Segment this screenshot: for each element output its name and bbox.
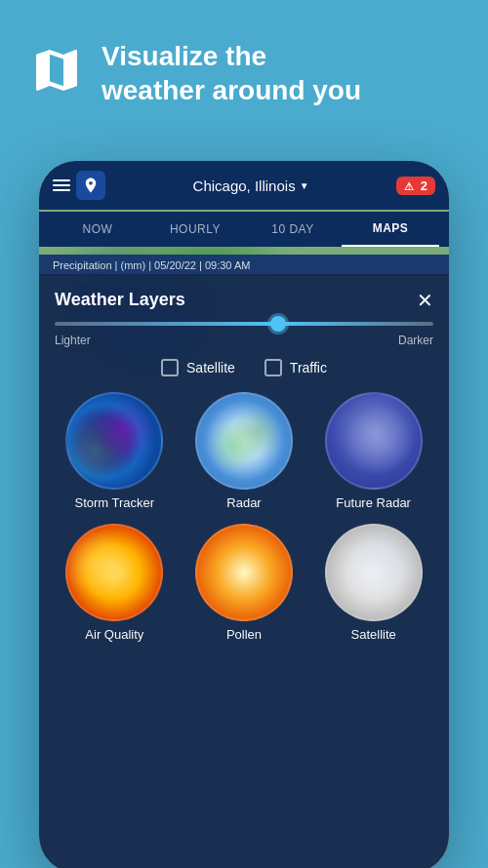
radar-label: Radar (226, 495, 261, 510)
future-radar-circle (325, 392, 423, 490)
slider-left-label: Lighter (55, 334, 91, 347)
nav-tabs: NOW HOURLY 10 DAY MAPS (39, 212, 449, 247)
location-display[interactable]: Chicago, Illinois ▼ (193, 178, 309, 194)
map-item-air-quality[interactable]: Air Quality (55, 524, 175, 642)
precip-bar: Precipitation | (mm) | 05/20/22 | 09:30 … (39, 255, 449, 276)
maps-grid: Storm Tracker Radar Future Radar Air Qua… (55, 392, 433, 642)
layer-checkboxes: Satellite Traffic (55, 359, 433, 376)
map-item-satellite[interactable]: Satellite (313, 524, 433, 642)
weather-layers-panel: Weather Layers ✕ Lighter Darker Satellit… (39, 274, 449, 868)
location-text: Chicago, Illinois (193, 178, 296, 194)
satellite-checkbox-item[interactable]: Satellite (161, 359, 235, 376)
phone-screen: MINNESOTA IOWA Min... Chicago, Illinois (39, 161, 449, 868)
tab-10day[interactable]: 10 DAY (244, 213, 342, 246)
future-radar-label: Future Radar (336, 495, 411, 510)
slider-thumb[interactable] (270, 316, 286, 332)
header-section: Visualize the weather around you (0, 0, 488, 127)
slider-right-label: Darker (398, 334, 433, 347)
top-bar: Chicago, Illinois ▼ 2 (39, 161, 449, 210)
header-title: Visualize the weather around you (102, 39, 361, 107)
map-item-pollen[interactable]: Pollen (184, 524, 305, 642)
tab-hourly[interactable]: HOURLY (146, 213, 244, 246)
menu-line-1 (53, 179, 70, 181)
pollen-label: Pollen (226, 627, 262, 642)
alert-count: 2 (421, 178, 427, 193)
tab-maps[interactable]: MAPS (342, 212, 439, 247)
phone-mockup: MINNESOTA IOWA Min... Chicago, Illinois (39, 161, 449, 868)
menu-line-3 (53, 189, 70, 191)
radar-circle (195, 392, 293, 490)
slider-labels: Lighter Darker (55, 334, 433, 347)
tab-now[interactable]: NOW (49, 213, 146, 246)
precip-bar-text: Precipitation | (mm) | 05/20/22 | 09:30 … (53, 259, 250, 271)
storm-tracker-circle (65, 392, 163, 490)
menu-line-2 (53, 184, 70, 186)
satellite-layer-label: Satellite (351, 627, 396, 642)
map-icon (29, 43, 84, 101)
hamburger-menu[interactable] (53, 179, 70, 191)
app-logo (76, 171, 105, 200)
panel-title: Weather Layers (55, 290, 185, 310)
traffic-checkbox-item[interactable]: Traffic (264, 359, 327, 376)
satellite-circle (325, 524, 423, 621)
opacity-slider-row: Lighter Darker (55, 322, 433, 347)
air-quality-label: Air Quality (85, 627, 143, 642)
storm-tracker-label: Storm Tracker (75, 495, 155, 510)
panel-header: Weather Layers ✕ (55, 290, 433, 310)
pollen-circle (195, 524, 293, 621)
air-quality-circle (65, 524, 163, 621)
dropdown-arrow-icon: ▼ (300, 180, 309, 191)
satellite-checkbox[interactable] (161, 359, 179, 376)
traffic-checkbox[interactable] (264, 359, 282, 376)
alert-badge[interactable]: 2 (396, 177, 435, 195)
close-button[interactable]: ✕ (417, 291, 433, 310)
map-item-storm-tracker[interactable]: Storm Tracker (55, 392, 175, 510)
satellite-label: Satellite (186, 360, 235, 375)
map-item-future-radar[interactable]: Future Radar (313, 392, 433, 510)
slider-track[interactable] (55, 322, 433, 326)
traffic-label: Traffic (290, 360, 327, 375)
map-item-radar[interactable]: Radar (184, 392, 305, 510)
